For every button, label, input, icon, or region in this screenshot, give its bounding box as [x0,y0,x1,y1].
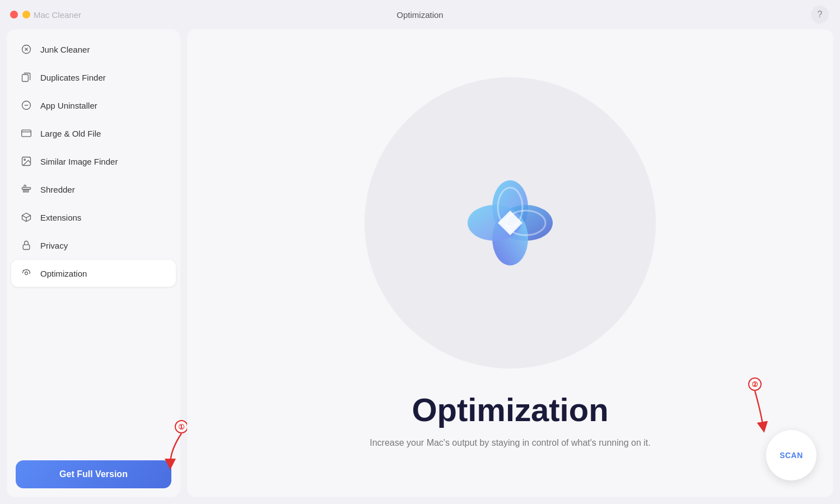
sidebar-item-large-old-file[interactable]: Large & Old File [11,120,176,147]
sidebar-nav: Junk Cleaner Duplicates Finder [11,36,176,454]
scan-button[interactable]: SCAN [766,430,816,480]
svg-rect-7 [23,245,30,249]
content-heading: Optimization [370,391,650,428]
shredder-icon [20,183,32,195]
sidebar-item-similar-image-finder[interactable]: Similar Image Finder [11,148,176,175]
sidebar-item-optimization[interactable]: Optimization [11,260,176,287]
scan-button-container: SCAN [766,430,816,480]
sidebar-label-extensions: Extensions [40,213,81,222]
get-full-version-button[interactable]: Get Full Version [16,460,171,488]
sidebar-bottom: Get Full Version [11,454,176,491]
sidebar-label-duplicates-finder: Duplicates Finder [40,73,106,82]
traffic-lights [10,11,30,18]
optimization-logo [454,167,566,279]
svg-rect-1 [22,74,29,82]
annotation-2-circle: ② [748,377,762,391]
app-uninstaller-icon [20,99,32,111]
duplicates-finder-icon [20,71,32,83]
sidebar-item-extensions[interactable]: Extensions [11,204,176,231]
app-title: Mac Cleaner [34,10,81,20]
sidebar-item-shredder[interactable]: Shredder [11,176,176,203]
sidebar-label-similar-image-finder: Similar Image Finder [40,157,118,166]
svg-rect-6 [22,188,31,189]
sidebar-label-junk-cleaner: Junk Cleaner [40,45,90,54]
help-button[interactable]: ? [811,6,829,24]
sidebar-item-privacy[interactable]: Privacy [11,232,176,259]
sidebar-label-optimization: Optimization [40,269,87,278]
sidebar-label-privacy: Privacy [40,241,68,250]
sidebar-label-large-old-file: Large & Old File [40,129,101,138]
sidebar-item-app-uninstaller[interactable]: App Uninstaller [11,92,176,119]
extensions-icon [20,211,32,223]
sidebar-item-duplicates-finder[interactable]: Duplicates Finder [11,64,176,91]
svg-point-8 [25,272,28,275]
main-layout: Junk Cleaner Duplicates Finder [0,29,840,504]
hero-circle [365,77,656,368]
sidebar-label-shredder: Shredder [40,185,75,194]
sidebar-label-app-uninstaller: App Uninstaller [40,101,97,110]
content-area: Optimization Increase your Mac's output … [187,29,833,497]
svg-rect-3 [22,130,31,137]
titlebar: Mac Cleaner Optimization ? [0,0,840,29]
large-old-file-icon [20,127,32,139]
content-subtitle: Increase your Mac's output by staying in… [370,436,650,450]
privacy-icon [20,239,32,251]
annotation-2-arrow [741,391,769,430]
junk-cleaner-icon [20,43,32,55]
sidebar: Junk Cleaner Duplicates Finder [7,29,180,497]
sidebar-item-junk-cleaner[interactable]: Junk Cleaner [11,36,176,63]
header-title: Optimization [396,10,443,20]
annotation-2: ② [741,377,769,430]
similar-image-finder-icon [20,155,32,167]
optimization-icon [20,267,32,279]
content-text: Optimization Increase your Mac's output … [336,391,684,450]
close-button[interactable] [10,11,18,18]
svg-point-5 [24,159,26,161]
annotation-1-circle: ① [175,420,188,433]
minimize-button[interactable] [22,11,30,18]
